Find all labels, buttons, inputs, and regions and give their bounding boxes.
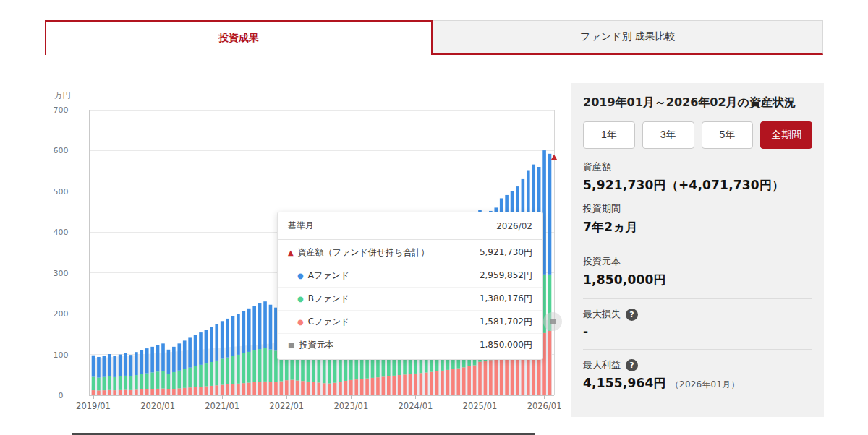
bar-segment[interactable] [365, 379, 369, 395]
bar-segment[interactable] [113, 377, 116, 390]
bar-segment[interactable] [478, 362, 482, 395]
bar-segment[interactable] [237, 384, 240, 395]
bar-segment[interactable] [156, 389, 160, 395]
bar-segment[interactable] [392, 376, 396, 395]
bar-segment[interactable] [274, 382, 278, 395]
bar-segment[interactable] [221, 321, 224, 358]
bar-segment[interactable] [199, 387, 203, 395]
bar-segment[interactable] [145, 389, 149, 395]
bar-segment[interactable] [188, 337, 192, 367]
bar-segment[interactable] [221, 359, 224, 385]
bar-segment[interactable] [199, 365, 203, 387]
bar-segment[interactable] [194, 387, 197, 395]
bar-segment[interactable] [252, 382, 256, 395]
bar-segment[interactable] [150, 372, 154, 389]
bar-segment[interactable] [129, 376, 133, 390]
bar-segment[interactable] [108, 390, 111, 395]
bar-segment[interactable] [156, 345, 160, 372]
bar-segment[interactable] [435, 371, 439, 395]
bar-segment[interactable] [150, 347, 154, 373]
bar-segment[interactable] [140, 350, 144, 374]
bar-segment[interactable] [269, 382, 273, 395]
bar-segment[interactable] [446, 370, 450, 395]
bar-segment[interactable] [103, 356, 106, 376]
bar-segment[interactable] [92, 356, 95, 377]
bar-segment[interactable] [457, 369, 461, 395]
bar-segment[interactable] [103, 390, 106, 395]
bar-segment[interactable] [129, 355, 133, 376]
bar-segment[interactable] [135, 375, 138, 389]
bar-segment[interactable] [177, 388, 181, 395]
bar-segment[interactable] [199, 332, 203, 365]
bar-segment[interactable] [242, 311, 246, 353]
bar-segment[interactable] [119, 355, 122, 376]
bar-segment[interactable] [145, 374, 149, 389]
bar-segment[interactable] [237, 355, 240, 384]
bar-segment[interactable] [425, 373, 428, 395]
bar-segment[interactable] [156, 371, 160, 389]
bar-segment[interactable] [420, 373, 423, 395]
bar-segment[interactable] [307, 382, 310, 395]
bar-segment[interactable] [403, 374, 407, 395]
bar-segment[interactable] [489, 360, 493, 395]
bar-segment[interactable] [382, 376, 386, 395]
bar-segment[interactable] [231, 384, 235, 395]
bar-segment[interactable] [119, 376, 122, 390]
bar-segment[interactable] [97, 357, 101, 378]
bar-segment[interactable] [135, 389, 138, 395]
bar-segment[interactable] [258, 382, 262, 395]
bar-segment[interactable] [252, 350, 256, 382]
bar-segment[interactable] [354, 379, 358, 395]
bar-segment[interactable] [323, 383, 326, 395]
bar-segment[interactable] [317, 382, 320, 395]
bar-segment[interactable] [247, 352, 251, 383]
help-icon[interactable]: ? [626, 309, 638, 321]
bar-segment[interactable] [285, 380, 289, 395]
bar-segment[interactable] [140, 374, 144, 389]
bar-segment[interactable] [360, 379, 364, 395]
bar-segment[interactable] [150, 389, 154, 395]
bar-segment[interactable] [92, 377, 95, 391]
bar-segment[interactable] [258, 303, 262, 349]
bar-segment[interactable] [494, 358, 498, 395]
tab-fund-comparison[interactable]: ファンド別 成果比較 [433, 20, 823, 55]
bar-segment[interactable] [167, 389, 171, 395]
bar-segment[interactable] [124, 390, 127, 395]
bar-segment[interactable] [188, 368, 192, 388]
bar-segment[interactable] [108, 354, 111, 376]
bar-segment[interactable] [333, 383, 337, 395]
bar-segment[interactable] [205, 363, 208, 386]
bar-segment[interactable] [119, 390, 122, 395]
bar-segment[interactable] [269, 350, 273, 382]
bar-segment[interactable] [398, 375, 401, 395]
bar-segment[interactable] [97, 378, 101, 391]
bar-segment[interactable] [247, 309, 251, 352]
bar-segment[interactable] [226, 384, 229, 395]
bar-segment[interactable] [349, 380, 353, 395]
bar-segment[interactable] [451, 369, 455, 395]
bar-segment[interactable] [172, 389, 176, 395]
bar-segment[interactable] [252, 306, 256, 350]
range-button-2[interactable]: 3年 [642, 121, 694, 149]
bar-segment[interactable] [376, 377, 380, 395]
bar-segment[interactable] [183, 340, 187, 369]
bar-segment[interactable] [145, 348, 149, 373]
bar-segment[interactable] [215, 324, 218, 361]
bar-segment[interactable] [103, 377, 106, 390]
bar-segment[interactable] [97, 390, 101, 395]
bar-segment[interactable] [237, 314, 240, 355]
bar-segment[interactable] [269, 305, 273, 350]
bar-segment[interactable] [430, 372, 433, 395]
bar-segment[interactable] [301, 381, 305, 395]
bar-segment[interactable] [441, 371, 444, 395]
bar-segment[interactable] [231, 316, 235, 356]
bar-segment[interactable] [183, 369, 187, 388]
bar-segment[interactable] [226, 319, 229, 358]
bar-segment[interactable] [548, 154, 552, 275]
range-button-3[interactable]: 5年 [702, 121, 754, 149]
bar-segment[interactable] [140, 389, 144, 395]
bar-segment[interactable] [124, 376, 127, 390]
bar-segment[interactable] [161, 371, 165, 388]
bar-segment[interactable] [263, 348, 267, 381]
bar-segment[interactable] [312, 382, 315, 395]
